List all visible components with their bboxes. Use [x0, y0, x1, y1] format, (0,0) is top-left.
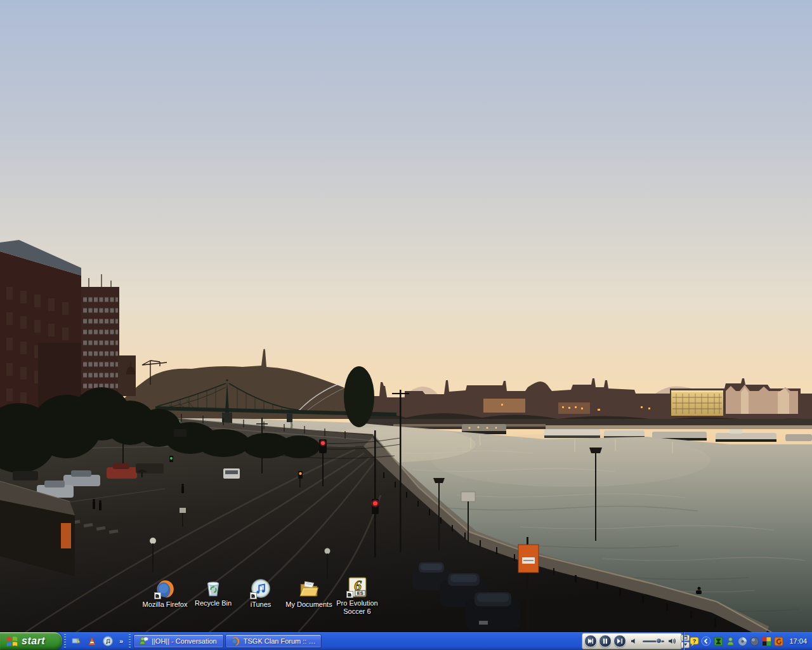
- media-player-disc-icon[interactable]: [102, 636, 113, 647]
- volume-slider-thumb[interactable]: [656, 638, 662, 644]
- windows-flag-icon: [6, 635, 18, 647]
- my-documents-icon: [298, 578, 320, 599]
- toolbar-grip[interactable]: [129, 634, 131, 648]
- desktop-icon-label: Recycle Bin: [187, 599, 240, 607]
- orange-app-icon[interactable]: [773, 636, 783, 646]
- recycle-bin-icon: [202, 576, 224, 598]
- system-tray: ?: [683, 632, 812, 650]
- vlc-media-player-icon[interactable]: [86, 636, 97, 647]
- window-title: ||OH|| - Conversation: [152, 637, 217, 645]
- start-button[interactable]: start: [0, 632, 62, 650]
- taskbar-window-firefox-forum[interactable]: TSGK Clan Forum :: P...: [225, 634, 322, 648]
- svg-text:?: ?: [693, 638, 697, 644]
- quick-launch-bar: »: [68, 636, 127, 647]
- quick-launch-overflow-chevron[interactable]: »: [118, 637, 124, 645]
- volume-low-icon[interactable]: [628, 635, 641, 647]
- shortcut-arrow-icon: [346, 591, 353, 598]
- firefox-icon: [230, 636, 240, 646]
- shortcut-arrow-icon: [250, 592, 257, 599]
- show-desktop-icon[interactable]: [70, 636, 81, 647]
- taskbar: start: [0, 632, 812, 650]
- messenger-alert-icon[interactable]: ?: [689, 636, 699, 646]
- firefox-icon: [154, 578, 176, 599]
- msn-status-icon[interactable]: [725, 636, 735, 646]
- volume-slider[interactable]: [643, 635, 664, 647]
- pes-sub: ES: [357, 590, 363, 596]
- avg-antivirus-icon[interactable]: [761, 636, 771, 646]
- toolbar-grip[interactable]: [64, 634, 66, 648]
- wallpaper-photo: [0, 0, 812, 632]
- shortcut-arrow-icon: [154, 592, 161, 599]
- volume-high-icon[interactable]: [666, 635, 679, 647]
- desktop-icon-itunes[interactable]: iTunes: [234, 578, 287, 609]
- desktop-icon-mozilla-firefox[interactable]: Mozilla Firefox: [138, 578, 192, 609]
- desktop-icon-label: Pro EvolutionSoccer 6: [331, 599, 384, 616]
- desktop-icon-label: My Documents: [282, 600, 336, 609]
- taskbar-window-msn-conversation[interactable]: ||OH|| - Conversation: [133, 634, 224, 648]
- window-title: TSGK Clan Forum :: P...: [244, 637, 317, 645]
- desktop-icon-pro-evolution-soccer-6[interactable]: 6 ES Pro EvolutionSoccer 6: [331, 576, 384, 616]
- msn-messenger-icon: [138, 636, 148, 646]
- disc-emulator-icon[interactable]: [737, 636, 747, 646]
- green-downloader-icon[interactable]: [713, 636, 723, 646]
- start-label: start: [22, 635, 45, 647]
- app-sphere-icon[interactable]: [749, 636, 759, 646]
- pes6-icon: 6 ES: [346, 576, 368, 598]
- desktop-icon-my-documents[interactable]: My Documents: [282, 578, 336, 609]
- desktop[interactable]: Mozilla Firefox Recycle Bin: [0, 0, 812, 632]
- desktop-icon-label: iTunes: [234, 600, 287, 609]
- hide-icons-chevron-icon[interactable]: [701, 636, 711, 646]
- pause-button[interactable]: [599, 635, 612, 647]
- itunes-icon: [250, 578, 272, 599]
- screen: Mozilla Firefox Recycle Bin: [0, 0, 812, 650]
- tray-clock[interactable]: 17:04: [789, 637, 807, 645]
- desktop-icon-recycle-bin[interactable]: Recycle Bin: [187, 576, 240, 607]
- desktop-icon-label: Mozilla Firefox: [138, 600, 192, 609]
- media-player-toolbar: [582, 633, 682, 649]
- next-track-button[interactable]: [613, 635, 626, 647]
- previous-track-button[interactable]: [584, 635, 597, 647]
